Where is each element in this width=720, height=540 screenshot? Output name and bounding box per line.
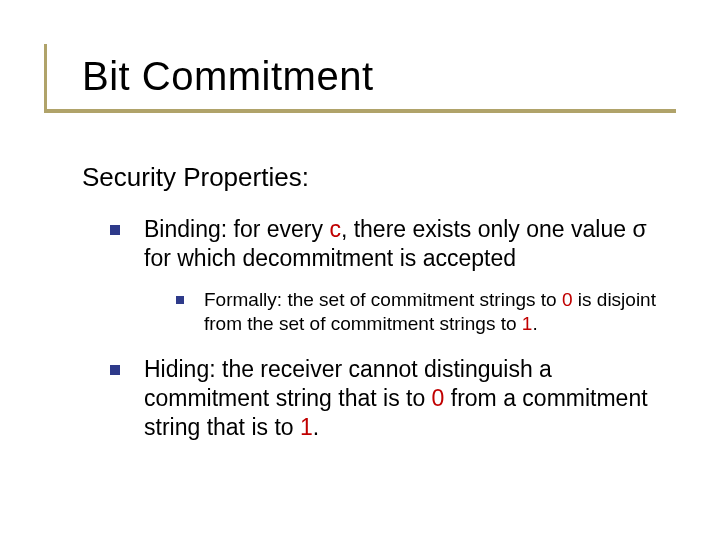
value-zero: 0 — [562, 289, 573, 310]
item-text: Formally: the set of commitment strings … — [204, 289, 562, 310]
slide-title: Bit Commitment — [82, 54, 660, 99]
title-decoration — [44, 109, 676, 113]
value-one: 1 — [300, 414, 313, 440]
title-area: Bit Commitment — [44, 44, 676, 113]
value-zero: 0 — [432, 385, 445, 411]
item-lead: Binding: — [144, 216, 227, 242]
slide-body: Security Properties: Binding: for every … — [82, 162, 662, 461]
item-text: for every — [227, 216, 329, 242]
item-text: . — [313, 414, 319, 440]
item-text: . — [532, 313, 537, 334]
bullet-list: Binding: for every c, there exists only … — [82, 215, 662, 443]
item-lead: Hiding: — [144, 356, 216, 382]
value-one: 1 — [522, 313, 533, 334]
title-box: Bit Commitment — [44, 44, 676, 113]
slide: Bit Commitment Security Properties: Bind… — [0, 0, 720, 540]
list-item: Binding: for every c, there exists only … — [110, 215, 662, 337]
title-decoration — [44, 44, 47, 113]
variable-c: c — [329, 216, 341, 242]
sub-list: Formally: the set of commitment strings … — [144, 288, 662, 337]
list-item: Hiding: the receiver cannot distinguish … — [110, 355, 662, 443]
section-heading: Security Properties: — [82, 162, 662, 193]
list-item: Formally: the set of commitment strings … — [176, 288, 662, 337]
